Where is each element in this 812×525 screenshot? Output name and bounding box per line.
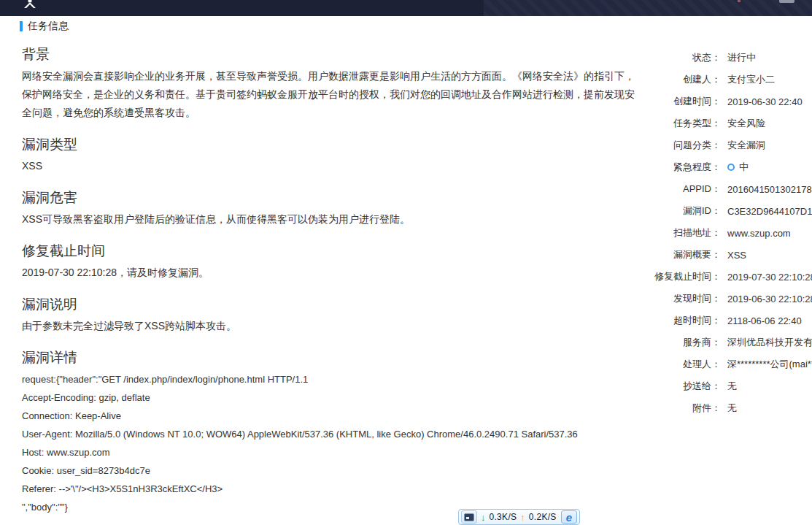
info-label: 创建人： [651, 73, 721, 86]
task-info-panel: 状态： 进行中 创建人： 支付宝小二 创建时间： 2019-06-30 22:4… [651, 47, 812, 419]
info-label: 漏洞概要： [651, 248, 721, 261]
section-body: XSS [22, 157, 641, 175]
info-row-vuln-id: 漏洞ID： C3E32D9644107D19 [651, 200, 812, 222]
section-fix-deadline: 修复截止时间 2019-07-30 22:10:28，请及时修复漏洞。 [22, 243, 641, 282]
info-row-urgency: 紧急程度： 中 [651, 156, 812, 178]
section-body: 网络安全漏洞会直接影响企业的业务开展，甚至导致声誉受损。用户数据泄露更是影响用户… [22, 67, 641, 122]
info-row-fix-deadline: 修复截止时间： 2019-07-30 22:10:28 [651, 266, 812, 288]
vuln-summary-value: XSS [727, 250, 746, 261]
task-detail-content: 背景 网络安全漏洞会直接影响企业的业务开展，甚至导致声誉受损。用户数据泄露更是影… [22, 47, 641, 516]
info-label: 修复截止时间： [651, 270, 721, 283]
upload-arrow-icon: ↑ [520, 512, 525, 523]
ant-logo-icon[interactable] [20, 0, 39, 8]
info-row-issue-category: 问题分类： 安全漏洞 [651, 134, 812, 156]
section-heading: 背景 [22, 47, 641, 63]
status-value: 进行中 [727, 51, 756, 64]
urgency-value: 中 [727, 161, 749, 174]
section-body: 由于参数未完全过滤导致了XSS跨站脚本攻击。 [22, 317, 641, 335]
info-row-service-provider: 服务商： 深圳优品科技开发有限 [651, 332, 812, 353]
timeout-time-value: 2118-06-06 22:40 [727, 315, 802, 326]
http-request-line: Connection: Keep-Alive [22, 407, 641, 425]
http-request-line: request:{"header":"GET /index.php/index/… [22, 370, 641, 388]
http-request-line: Host: www.szup.com [22, 443, 641, 461]
ie-e-icon: e [566, 512, 572, 523]
breadcrumb: 任务信息 [20, 20, 69, 33]
browser-icon[interactable]: e [561, 510, 577, 524]
info-label: 抄送给： [651, 380, 721, 393]
download-arrow-icon: ↓ [481, 512, 486, 523]
info-label: APPID： [651, 183, 721, 196]
app-header-bar [0, 0, 812, 16]
created-time-value: 2019-06-30 22:40 [727, 96, 803, 107]
info-label: 服务商： [651, 336, 721, 349]
info-row-cc-to: 抄送给： 无 [651, 375, 812, 397]
info-row-vuln-summary: 漏洞概要： XSS [651, 244, 812, 266]
section-heading: 漏洞危害 [22, 190, 641, 206]
info-row-task-type: 任务类型： 安全风险 [651, 112, 812, 134]
page-title: 任务信息 [28, 20, 69, 33]
info-label: 处理人： [651, 358, 721, 371]
scan-address-value: www.szup.com [727, 228, 791, 239]
found-time-value: 2019-06-30 22:10:28 [727, 294, 812, 304]
upload-speed: 0.2K/S [529, 512, 557, 522]
network-speed-widget[interactable]: ↓ 0.3K/S ↑ 0.2K/S e [458, 509, 580, 525]
monitor-icon[interactable] [461, 510, 477, 524]
section-body: XSS可导致黑客盗取用户登陆后的验证信息，从而使得黑客可以伪装为用户进行登陆。 [22, 210, 641, 229]
info-row-handler: 处理人： 深*********公司(mai*** [651, 353, 812, 375]
section-heading: 漏洞说明 [22, 296, 641, 313]
section-heading: 漏洞类型 [22, 137, 641, 153]
info-label: 紧急程度： [651, 161, 721, 174]
fix-deadline-value: 2019-07-30 22:10:28 [727, 272, 812, 283]
app-header-bar-right-segment [484, 0, 812, 16]
info-row-timeout-time: 超时时间： 2118-06-06 22:40 [651, 310, 812, 332]
download-speed: 0.3K/S [490, 512, 517, 522]
appid-value: 2016041501302178 [727, 184, 812, 195]
info-row-found-time: 发现时间： 2019-06-30 22:10:28 [651, 288, 812, 310]
attachment-value: 无 [727, 402, 737, 415]
info-row-status: 状态： 进行中 [651, 47, 812, 69]
http-request-line: User-Agent: Mozilla/5.0 (Windows NT 10.0… [22, 425, 641, 443]
info-row-appid: APPID： 2016041501302178 [651, 178, 812, 200]
info-row-creator: 创建人： 支付宝小二 [651, 69, 812, 91]
info-label: 发现时间： [651, 292, 721, 305]
section-vuln-details: 漏洞详情 request:{"header":"GET /index.php/i… [22, 350, 641, 516]
issue-category-value: 安全漏洞 [727, 139, 765, 152]
info-label: 漏洞ID： [651, 204, 721, 218]
urgency-text: 中 [739, 161, 749, 174]
info-label: 创建时间： [651, 95, 721, 108]
task-type-value: 安全风险 [727, 117, 765, 130]
monitor-screen-icon [464, 513, 474, 521]
info-row-created-time: 创建时间： 2019-06-30 22:40 [651, 91, 812, 112]
info-label: 超时时间： [651, 314, 721, 327]
section-background: 背景 网络安全漏洞会直接影响企业的业务开展，甚至导致声誉受损。用户数据泄露更是影… [22, 47, 641, 122]
info-label: 附件： [651, 402, 721, 415]
info-label: 任务类型： [651, 117, 721, 130]
info-row-attachment: 附件： 无 [651, 397, 812, 419]
info-label: 状态： [651, 51, 721, 64]
header-cropped-icon [779, 0, 794, 3]
info-label: 扫描地址： [651, 226, 721, 239]
header-cropped-icon [738, 0, 741, 2]
cc-to-value: 无 [727, 380, 737, 393]
http-request-line: Cookie: user_sid=8273b4dc7e [22, 461, 641, 480]
title-accent-bar [20, 21, 23, 31]
info-label: 问题分类： [651, 139, 721, 152]
vuln-id-value: C3E32D9644107D19 [727, 206, 812, 217]
section-vuln-description: 漏洞说明 由于参数未完全过滤导致了XSS跨站脚本攻击。 [22, 296, 641, 335]
info-row-scan-address: 扫描地址： www.szup.com [651, 222, 812, 244]
creator-value: 支付宝小二 [727, 73, 775, 86]
service-provider-value: 深圳优品科技开发有限 [727, 336, 812, 349]
section-vuln-harm: 漏洞危害 XSS可导致黑客盗取用户登陆后的验证信息，从而使得黑客可以伪装为用户进… [22, 190, 641, 229]
handler-value: 深*********公司(mai*** [727, 358, 812, 371]
urgency-level-icon [727, 164, 735, 171]
http-request-line: Accept-Encoding: gzip, deflate [22, 388, 641, 407]
section-body: 2019-07-30 22:10:28，请及时修复漏洞。 [22, 264, 641, 282]
section-heading: 修复截止时间 [22, 243, 641, 259]
section-vuln-type: 漏洞类型 XSS [22, 137, 641, 175]
http-request-line: Referer: -->'\"/><H3>X5S1nH3R3ckEftXC</H… [22, 480, 641, 498]
section-heading: 漏洞详情 [22, 350, 641, 366]
